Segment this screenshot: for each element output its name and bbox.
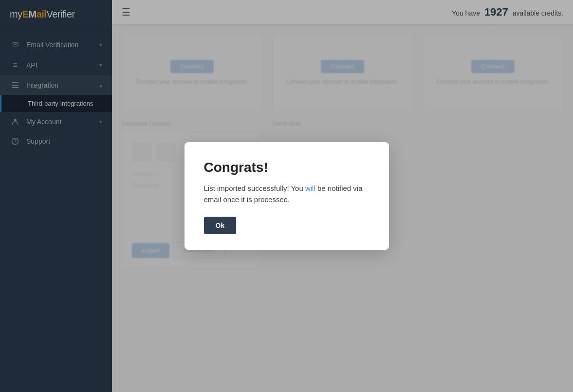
main-area: ☰ You have 1927 available credits. Conne… — [112, 0, 573, 392]
congrats-modal: Congrats! List imported successfully! Yo… — [185, 142, 389, 250]
modal-overlay: Congrats! List imported successfully! Yo… — [112, 0, 573, 392]
ok-button[interactable]: Ok — [204, 217, 237, 234]
modal-highlight: will — [305, 184, 315, 192]
modal-body: List imported successfully! You will be … — [204, 183, 370, 205]
modal-title: Congrats! — [204, 160, 370, 175]
